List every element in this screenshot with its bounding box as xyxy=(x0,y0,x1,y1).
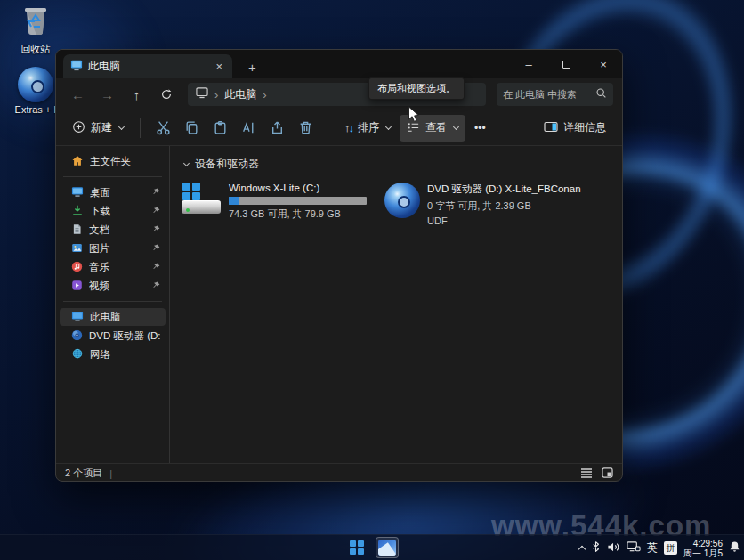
sidebar-item-dvd-drive[interactable]: DVD 驱动器 (D:) X-L xyxy=(60,327,166,345)
sidebar-item-desktop[interactable]: 桌面 xyxy=(60,183,166,201)
sidebar-item-label: 音乐 xyxy=(89,261,146,274)
search-box xyxy=(497,83,613,106)
view-button-label: 查看 xyxy=(425,120,447,135)
tray-date: 周一 1月5 xyxy=(683,548,723,558)
system-tray: 英 拼 4:29:56 周一 1月5 xyxy=(579,535,740,560)
drive-filesystem: UDF xyxy=(427,215,581,226)
share-button[interactable] xyxy=(263,116,290,141)
navigation-pane: 主文件夹 桌面 下载 文档 xyxy=(56,146,170,463)
tab-close-button[interactable]: × xyxy=(213,60,225,73)
videos-icon xyxy=(71,280,83,293)
desktop-icon-recycle-bin[interactable]: 回收站 xyxy=(5,2,66,56)
search-input[interactable] xyxy=(503,89,595,100)
downloads-icon xyxy=(71,205,84,218)
capacity-bar-fill xyxy=(229,197,239,205)
details-pane-button[interactable]: 详细信息 xyxy=(537,115,613,142)
capacity-bar xyxy=(229,197,367,205)
hard-drive-icon xyxy=(181,183,222,218)
sidebar-item-home[interactable]: 主文件夹 xyxy=(60,152,166,170)
sidebar-item-pictures[interactable]: 图片 xyxy=(60,239,166,257)
drive-name: DVD 驱动器 (D:) X-Lite_FBConan xyxy=(427,183,581,196)
pin-icon xyxy=(152,243,160,254)
content-pane: 设备和驱动器 Windows X-Lite (C:) 74.3 GB 可用, 共… xyxy=(170,146,622,463)
chevron-down-icon xyxy=(453,123,459,129)
sidebar-item-label: 视频 xyxy=(89,280,146,293)
cut-button[interactable] xyxy=(150,116,176,141)
ime-mode-icon[interactable]: 拼 xyxy=(664,541,677,555)
up-button[interactable]: ↑ xyxy=(124,83,150,106)
more-icon: ••• xyxy=(474,122,486,134)
delete-button[interactable] xyxy=(292,116,319,141)
documents-icon xyxy=(71,223,83,237)
toolbar-divider xyxy=(328,118,328,138)
sidebar-item-downloads[interactable]: 下载 xyxy=(60,202,166,220)
new-button[interactable]: 新建 xyxy=(65,115,131,142)
sidebar-item-network[interactable]: 网络 xyxy=(60,345,166,363)
pictures-icon xyxy=(71,242,83,256)
network-icon[interactable] xyxy=(627,540,641,556)
sidebar-item-videos[interactable]: 视频 xyxy=(60,277,166,295)
file-explorer-window: 此电脑 × + – × ← → ↑ › 此电脑 › xyxy=(55,49,623,482)
sort-button[interactable]: ↑↓ 排序 xyxy=(337,115,398,141)
explorer-main: 主文件夹 桌面 下载 文档 xyxy=(56,146,622,463)
details-view-button[interactable] xyxy=(580,467,593,480)
sort-icon: ↑↓ xyxy=(344,121,352,134)
forward-button[interactable]: → xyxy=(94,83,120,106)
copy-button[interactable] xyxy=(178,116,205,141)
maximize-button[interactable] xyxy=(547,50,585,78)
details-pane-icon xyxy=(544,120,558,136)
drive-capacity: 74.3 GB 可用, 共 79.9 GB xyxy=(229,207,367,221)
taskbar-clock[interactable]: 4:29:56 周一 1月5 xyxy=(683,539,723,558)
chevron-down-icon xyxy=(385,123,392,129)
taskbar-file-explorer-button[interactable] xyxy=(376,537,399,558)
sort-button-label: 排序 xyxy=(358,120,379,135)
address-bar: ← → ↑ › 此电脑 › xyxy=(56,78,622,110)
paste-button[interactable] xyxy=(206,116,233,141)
view-icon xyxy=(407,120,420,136)
windows-logo-icon xyxy=(350,540,364,555)
dvd-disc-icon xyxy=(18,67,53,102)
sidebar-item-label: 网络 xyxy=(90,348,160,361)
sidebar-item-label: 下载 xyxy=(90,205,146,218)
rename-button[interactable] xyxy=(235,116,262,141)
sidebar-item-label: 桌面 xyxy=(90,186,146,199)
tab-this-pc[interactable]: 此电脑 × xyxy=(63,54,232,78)
network-icon xyxy=(71,348,84,361)
sidebar-item-label: 主文件夹 xyxy=(90,155,160,168)
bluetooth-icon[interactable] xyxy=(591,540,601,556)
tray-overflow-button[interactable] xyxy=(579,542,585,555)
drive-d-tile[interactable]: DVD 驱动器 (D:) X-Lite_FBConan 0 字节 可用, 共 2… xyxy=(384,183,576,226)
sidebar-divider xyxy=(63,301,162,302)
sidebar-item-documents[interactable]: 文档 xyxy=(60,221,166,239)
chevron-down-icon xyxy=(183,159,190,166)
drive-c-tile[interactable]: Windows X-Lite (C:) 74.3 GB 可用, 共 79.9 G… xyxy=(181,183,372,226)
pin-icon xyxy=(152,262,160,272)
back-button[interactable]: ← xyxy=(65,83,91,106)
monitor-icon xyxy=(70,60,83,74)
section-devices-and-drives[interactable]: 设备和驱动器 xyxy=(182,157,622,172)
view-button[interactable]: 查看 xyxy=(400,115,465,142)
notifications-bell-icon[interactable] xyxy=(729,540,740,556)
sidebar-item-this-pc[interactable]: 此电脑 xyxy=(60,308,166,326)
breadcrumb-separator: › xyxy=(214,88,218,101)
sidebar-item-music[interactable]: 音乐 xyxy=(60,258,166,276)
monitor-icon xyxy=(71,311,84,324)
new-tab-button[interactable]: + xyxy=(243,60,262,75)
minimize-button[interactable]: – xyxy=(510,50,547,78)
tray-time: 4:29:56 xyxy=(683,539,723,548)
tab-bar: 此电脑 × + – × xyxy=(56,50,622,78)
start-button[interactable] xyxy=(345,537,368,558)
sidebar-item-label: DVD 驱动器 (D:) X-L xyxy=(89,329,160,343)
more-options-button[interactable]: ••• xyxy=(467,117,493,140)
large-icons-view-button[interactable] xyxy=(602,467,613,480)
tab-title: 此电脑 xyxy=(88,59,207,74)
pin-icon xyxy=(152,224,160,235)
chevron-down-icon xyxy=(118,123,125,129)
close-button[interactable]: × xyxy=(585,50,622,78)
volume-icon[interactable] xyxy=(607,541,620,556)
ime-language-indicator[interactable]: 英 xyxy=(647,540,658,556)
refresh-button[interactable] xyxy=(153,83,179,106)
breadcrumb-separator: › xyxy=(263,88,266,101)
drive-capacity: 0 字节 可用, 共 2.39 GB xyxy=(427,199,581,213)
breadcrumb-item-this-pc[interactable]: 此电脑 xyxy=(224,87,256,102)
